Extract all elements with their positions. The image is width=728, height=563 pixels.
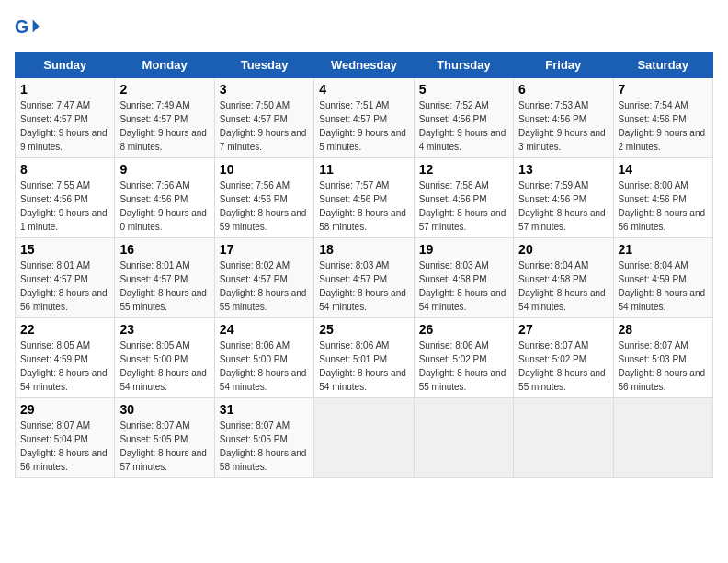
day-number: 18 — [319, 242, 408, 257]
day-info: Sunrise: 8:07 AM Sunset: 5:02 PM Dayligh… — [518, 339, 608, 394]
svg-marker-1 — [33, 20, 40, 33]
day-info: Sunrise: 8:01 AM Sunset: 4:57 PM Dayligh… — [119, 259, 209, 314]
day-info: Sunrise: 8:03 AM Sunset: 4:58 PM Dayligh… — [419, 259, 508, 314]
day-number: 2 — [119, 82, 209, 97]
svg-text:G: G — [15, 17, 28, 37]
calendar-cell: 12 Sunrise: 7:58 AM Sunset: 4:56 PM Dayl… — [414, 158, 513, 238]
day-info: Sunrise: 8:03 AM Sunset: 4:57 PM Dayligh… — [319, 259, 408, 314]
day-info: Sunrise: 7:50 AM Sunset: 4:57 PM Dayligh… — [220, 98, 309, 154]
calendar-cell: 2 Sunrise: 7:49 AM Sunset: 4:57 PM Dayli… — [115, 78, 214, 158]
calendar-cell: 21 Sunrise: 8:04 AM Sunset: 4:59 PM Dayl… — [613, 238, 712, 318]
calendar-cell: 16 Sunrise: 8:01 AM Sunset: 4:57 PM Dayl… — [115, 238, 214, 318]
day-number: 21 — [619, 242, 708, 257]
day-number: 6 — [518, 82, 608, 97]
day-number: 25 — [319, 322, 408, 337]
day-info: Sunrise: 8:05 AM Sunset: 5:00 PM Dayligh… — [119, 339, 209, 394]
day-number: 16 — [119, 242, 209, 257]
calendar-cell: 4 Sunrise: 7:51 AM Sunset: 4:57 PM Dayli… — [314, 78, 414, 158]
day-info: Sunrise: 7:56 AM Sunset: 4:56 PM Dayligh… — [119, 178, 209, 234]
day-info: Sunrise: 7:59 AM Sunset: 4:56 PM Dayligh… — [518, 178, 608, 234]
calendar-cell: 22 Sunrise: 8:05 AM Sunset: 4:59 PM Dayl… — [16, 318, 115, 398]
logo-icon: G — [15, 15, 40, 40]
calendar-cell: 19 Sunrise: 8:03 AM Sunset: 4:58 PM Dayl… — [414, 238, 513, 318]
day-info: Sunrise: 7:49 AM Sunset: 4:57 PM Dayligh… — [119, 98, 209, 154]
calendar-cell: 20 Sunrise: 8:04 AM Sunset: 4:58 PM Dayl… — [514, 238, 613, 318]
day-info: Sunrise: 8:02 AM Sunset: 4:57 PM Dayligh… — [220, 259, 309, 314]
calendar-cell — [414, 398, 513, 478]
day-info: Sunrise: 8:06 AM Sunset: 5:01 PM Dayligh… — [319, 339, 408, 394]
day-info: Sunrise: 8:00 AM Sunset: 4:56 PM Dayligh… — [619, 178, 708, 234]
day-info: Sunrise: 8:04 AM Sunset: 4:59 PM Dayligh… — [619, 259, 708, 314]
day-info: Sunrise: 8:05 AM Sunset: 4:59 PM Dayligh… — [20, 339, 109, 394]
calendar-cell — [514, 398, 613, 478]
calendar-table: SundayMondayTuesdayWednesdayThursdayFrid… — [15, 52, 713, 478]
day-info: Sunrise: 8:01 AM Sunset: 4:57 PM Dayligh… — [20, 259, 109, 314]
weekday-header: Saturday — [613, 52, 712, 78]
calendar-cell: 3 Sunrise: 7:50 AM Sunset: 4:57 PM Dayli… — [214, 78, 313, 158]
day-number: 14 — [619, 162, 708, 177]
calendar-cell: 23 Sunrise: 8:05 AM Sunset: 5:00 PM Dayl… — [115, 318, 214, 398]
calendar-week-row: 22 Sunrise: 8:05 AM Sunset: 4:59 PM Dayl… — [16, 318, 713, 398]
day-number: 10 — [220, 162, 309, 177]
day-info: Sunrise: 7:55 AM Sunset: 4:56 PM Dayligh… — [20, 178, 109, 234]
calendar-cell: 26 Sunrise: 8:06 AM Sunset: 5:02 PM Dayl… — [414, 318, 513, 398]
calendar-cell: 11 Sunrise: 7:57 AM Sunset: 4:56 PM Dayl… — [314, 158, 414, 238]
day-info: Sunrise: 7:58 AM Sunset: 4:56 PM Dayligh… — [419, 178, 508, 234]
day-number: 23 — [119, 322, 209, 337]
calendar-cell: 30 Sunrise: 8:07 AM Sunset: 5:05 PM Dayl… — [115, 398, 214, 478]
weekday-header: Tuesday — [214, 52, 313, 78]
page-header: G — [15, 15, 713, 40]
day-number: 17 — [220, 242, 309, 257]
weekday-header: Sunday — [16, 52, 115, 78]
day-number: 19 — [419, 242, 508, 257]
day-number: 8 — [20, 162, 109, 177]
day-info: Sunrise: 7:47 AM Sunset: 4:57 PM Dayligh… — [20, 98, 109, 154]
day-number: 26 — [419, 322, 508, 337]
calendar-cell: 27 Sunrise: 8:07 AM Sunset: 5:02 PM Dayl… — [514, 318, 613, 398]
day-info: Sunrise: 8:04 AM Sunset: 4:58 PM Dayligh… — [518, 259, 608, 314]
calendar-cell: 13 Sunrise: 7:59 AM Sunset: 4:56 PM Dayl… — [514, 158, 613, 238]
day-number: 20 — [518, 242, 608, 257]
weekday-header: Monday — [115, 52, 214, 78]
calendar-cell: 8 Sunrise: 7:55 AM Sunset: 4:56 PM Dayli… — [16, 158, 115, 238]
calendar-cell: 31 Sunrise: 8:07 AM Sunset: 5:05 PM Dayl… — [214, 398, 313, 478]
day-number: 30 — [119, 402, 209, 417]
calendar-cell: 6 Sunrise: 7:53 AM Sunset: 4:56 PM Dayli… — [514, 78, 613, 158]
day-number: 5 — [419, 82, 508, 97]
day-info: Sunrise: 7:56 AM Sunset: 4:56 PM Dayligh… — [220, 178, 309, 234]
day-number: 12 — [419, 162, 508, 177]
weekday-header: Wednesday — [314, 52, 414, 78]
calendar-week-row: 1 Sunrise: 7:47 AM Sunset: 4:57 PM Dayli… — [16, 78, 713, 158]
day-number: 28 — [619, 322, 708, 337]
day-number: 31 — [220, 402, 309, 417]
day-info: Sunrise: 8:07 AM Sunset: 5:04 PM Dayligh… — [20, 419, 109, 474]
calendar-week-row: 8 Sunrise: 7:55 AM Sunset: 4:56 PM Dayli… — [16, 158, 713, 238]
day-info: Sunrise: 8:06 AM Sunset: 5:00 PM Dayligh… — [220, 339, 309, 394]
calendar-cell — [314, 398, 414, 478]
calendar-cell: 7 Sunrise: 7:54 AM Sunset: 4:56 PM Dayli… — [613, 78, 712, 158]
calendar-cell — [613, 398, 712, 478]
day-number: 15 — [20, 242, 109, 257]
calendar-cell: 14 Sunrise: 8:00 AM Sunset: 4:56 PM Dayl… — [613, 158, 712, 238]
day-info: Sunrise: 7:54 AM Sunset: 4:56 PM Dayligh… — [619, 98, 708, 154]
day-number: 22 — [20, 322, 109, 337]
day-number: 11 — [319, 162, 408, 177]
day-info: Sunrise: 7:53 AM Sunset: 4:56 PM Dayligh… — [518, 98, 608, 154]
calendar-cell: 15 Sunrise: 8:01 AM Sunset: 4:57 PM Dayl… — [16, 238, 115, 318]
logo: G — [15, 15, 44, 40]
day-info: Sunrise: 8:07 AM Sunset: 5:05 PM Dayligh… — [220, 419, 309, 474]
day-number: 13 — [518, 162, 608, 177]
calendar-cell: 1 Sunrise: 7:47 AM Sunset: 4:57 PM Dayli… — [16, 78, 115, 158]
calendar-week-row: 15 Sunrise: 8:01 AM Sunset: 4:57 PM Dayl… — [16, 238, 713, 318]
day-info: Sunrise: 8:07 AM Sunset: 5:05 PM Dayligh… — [119, 419, 209, 474]
day-info: Sunrise: 7:51 AM Sunset: 4:57 PM Dayligh… — [319, 98, 408, 154]
day-number: 24 — [220, 322, 309, 337]
weekday-header-row: SundayMondayTuesdayWednesdayThursdayFrid… — [16, 52, 713, 78]
day-number: 3 — [220, 82, 309, 97]
calendar-cell: 9 Sunrise: 7:56 AM Sunset: 4:56 PM Dayli… — [115, 158, 214, 238]
calendar-cell: 5 Sunrise: 7:52 AM Sunset: 4:56 PM Dayli… — [414, 78, 513, 158]
day-info: Sunrise: 7:52 AM Sunset: 4:56 PM Dayligh… — [419, 98, 508, 154]
calendar-cell: 18 Sunrise: 8:03 AM Sunset: 4:57 PM Dayl… — [314, 238, 414, 318]
calendar-week-row: 29 Sunrise: 8:07 AM Sunset: 5:04 PM Dayl… — [16, 398, 713, 478]
weekday-header: Friday — [514, 52, 613, 78]
